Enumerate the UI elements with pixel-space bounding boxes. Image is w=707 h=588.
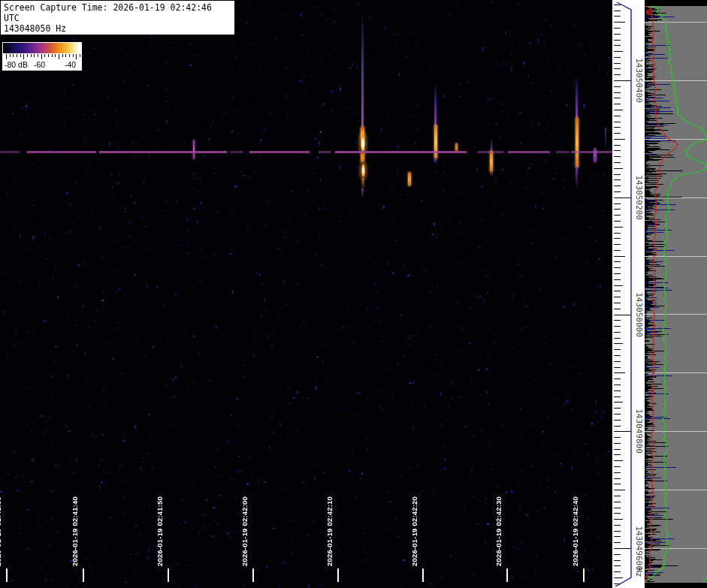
signal-streak [361,11,364,129]
frequency-tick [614,484,621,484]
signal-streak [361,188,364,198]
time-tick [422,568,424,582]
frequency-label: 143049800 [633,409,644,454]
frequency-tick [614,233,621,234]
signal-streak [490,150,493,173]
capture-info-box: Screen Capture Time: 2026-01-19 02:42:46… [0,0,235,35]
carrier-line-segment [571,151,612,153]
frequency-label: 143049600 [633,526,644,571]
frequency-tick [614,320,621,321]
frequency-tick [614,179,621,180]
frequency-tick [614,116,621,116]
frequency-tick [614,513,621,514]
frequency-tick [614,536,621,537]
frequency-tick [614,443,621,444]
frequency-tick [614,5,621,5]
frequency-tick [614,531,621,532]
frequency-tick [614,542,621,543]
frequency-tick [614,291,621,291]
frequency-tick [614,215,621,216]
frequency-tick [614,303,621,303]
carrier-line-segment [478,151,503,153]
frequency-tick [614,466,621,467]
time-tick [83,568,84,582]
time-label: 2026-01-19 02:42:20 [410,496,418,566]
colorbar-tick [55,54,56,57]
signal-streak [193,140,195,159]
carrier-line-segment [335,151,467,153]
frequency-tick [614,378,621,379]
frequency-tick [614,150,621,151]
frequency-tick [614,68,621,69]
colorbar-tick [76,54,77,59]
frequency-tick [614,431,631,432]
frequency-tick [614,525,621,526]
frequency-tick [614,519,623,520]
spectrum-side-panel[interactable] [645,0,707,588]
frequency-tick [614,156,621,157]
carrier-line-segment [99,151,227,153]
time-tick [506,568,508,582]
frequency-tick [614,309,621,309]
frequency-tick [614,168,623,169]
frequency-tick [614,490,625,490]
frequency-tick [614,250,621,251]
signal-streak [594,148,597,162]
time-tick [252,568,254,582]
frequency-tick [614,127,621,128]
signal-streak [491,171,493,177]
center-frequency-text: 143048050 Hz [4,23,231,34]
frequency-label: 143050200 [633,175,644,220]
frequency-tick [614,80,631,81]
frequency-tick [614,338,621,339]
colorbar-tick [73,54,74,57]
frequency-tick [614,408,621,409]
frequency-tick [614,198,631,198]
color-gradient-bar [3,43,81,53]
frequency-tick [614,548,631,549]
frequency-tick [614,554,621,555]
frequency-tick [614,162,621,163]
frequency-tick [614,472,621,473]
frequency-tick [614,145,621,146]
frequency-tick [614,496,621,496]
frequency-tick [614,244,621,245]
frequency-tick [614,454,621,455]
frequency-tick [614,397,621,397]
frequency-tick [614,326,621,327]
colorbar-tick [10,54,11,57]
colorbar-tick [6,54,7,59]
frequency-tick [614,390,621,391]
spectrogram-waterfall[interactable]: 2026-01-19 02:41:302026-01-19 02:41:4020… [0,0,612,588]
frequency-tick [614,361,621,362]
time-tick [583,568,585,582]
frequency-tick [614,139,625,140]
time-label: 2026-01-19 02:41:30 [0,496,2,566]
colorbar-tick [59,54,59,59]
signal-streak [605,128,606,152]
colorbar-label-minus40: -40 [65,60,76,69]
frequency-tick [614,74,621,75]
frequency-tick [614,367,621,368]
signal-streak [576,167,578,189]
frequency-tick [614,185,621,186]
frequency-tick [614,227,623,228]
spectrum-traces-canvas [645,0,707,588]
frequency-tick [614,174,621,175]
carrier-line-segment [556,151,570,153]
frequency-tick [614,437,621,438]
frequency-label: 143050000 [633,292,644,337]
frequency-tick [614,273,621,274]
analyzer-window: 2026-01-19 02:41:302026-01-19 02:41:4020… [0,0,707,588]
frequency-tick [614,204,621,204]
frequency-tick [614,502,621,502]
frequency-ruler[interactable]: 1430504001430502001430500001430498001430… [612,0,645,588]
frequency-label: 143050400 [633,58,644,103]
colorbar-tick [52,54,53,57]
colorbar-tick [38,54,38,57]
colorbar-tick [69,54,70,57]
color-scale-legend: -80 dB -60 -40 [2,42,82,71]
time-label: 2026-01-19 02:42:00 [240,496,249,566]
frequency-tick [614,449,621,450]
frequency-tick [614,51,623,52]
